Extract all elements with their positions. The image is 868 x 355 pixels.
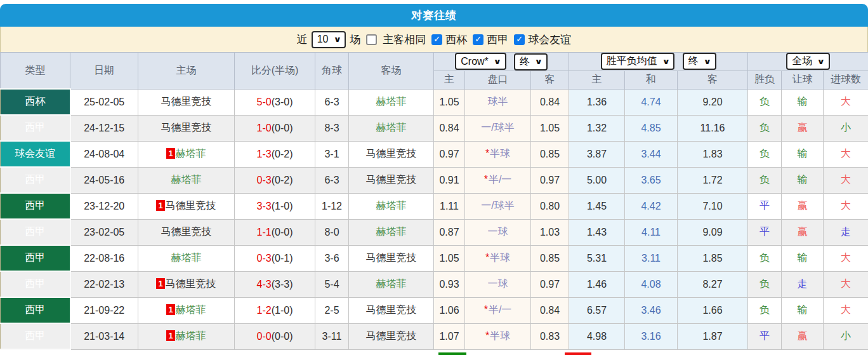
handicap-odds-home-cell: 0.91 — [434, 167, 465, 193]
avg-away-odds-cell: 1.72 — [678, 167, 748, 193]
match-type-cell: 西杯 — [1, 89, 70, 115]
avg-odds-group-header: 胜平负均值 ∨ 终 ∨ — [569, 53, 748, 71]
away-team-cell: 马德里竞技 — [349, 141, 434, 167]
page-title: 对赛往绩 — [411, 8, 457, 23]
avg-home-odds-cell: 1.46 — [569, 271, 625, 297]
fulltime-score: 1-3 — [257, 149, 272, 159]
chevron-down-icon: ∨ — [333, 35, 341, 44]
same-venue-checkbox[interactable] — [366, 34, 377, 45]
handicap-odds-group-header: Crow* ∨ 终 ∨ — [434, 53, 569, 71]
avg-draw-odds-cell: 3.46 — [625, 297, 678, 323]
avg-away-odds-cell: 9.09 — [678, 219, 748, 245]
corners-cell: 2-5 — [315, 297, 349, 323]
competition-checkbox-cup[interactable] — [431, 34, 442, 45]
home-team-name: 赫塔菲 — [176, 304, 206, 315]
away-team-cell: 赫塔菲 — [349, 193, 434, 219]
avg-draw-odds-cell: 4.11 — [625, 219, 678, 245]
away-team-name: 马德里竞技 — [366, 304, 417, 315]
halftime-score: (0-0) — [272, 331, 293, 342]
handicap-line-value: 一球 — [488, 226, 508, 237]
handicap-odds-away-cell: 0.85 — [531, 245, 569, 271]
col-header-odds-away: 客 — [531, 70, 569, 89]
fulltime-score: 0-3 — [257, 175, 272, 185]
avg-home-odds-cell: 3.87 — [569, 141, 625, 167]
avg-draw-odds-cell: 4.08 — [625, 271, 678, 297]
goals-result-cell: 小 — [824, 323, 868, 349]
recent-label: 近 — [297, 32, 308, 47]
chevron-down-icon: ∨ — [703, 57, 711, 66]
goals-result-cell: 小 — [824, 115, 868, 141]
handicap-odds-home-cell: 1.07 — [434, 323, 465, 349]
outcome-result-cell: 负 — [748, 271, 782, 297]
handicap-line-value: 半球 — [490, 330, 510, 341]
away-team-cell: 马德里竞技 — [349, 323, 434, 349]
away-team-name: 马德里竞技 — [366, 174, 417, 185]
competition-checkbox-friendly[interactable] — [514, 34, 525, 45]
results-group-header: 全场 ∨ — [748, 53, 868, 71]
scope-select[interactable]: 全场 ∨ — [786, 53, 830, 70]
score-cell: 3-3(1-0) — [235, 193, 315, 219]
avg-metric-value: 胜平负均值 — [607, 55, 657, 68]
avg-metric-select[interactable]: 胜平负均值 ∨ — [601, 53, 675, 70]
handicap-line-cell: *半/一 — [465, 297, 531, 323]
score-cell: 1-0(0-0) — [235, 115, 315, 141]
match-type-cell: 西甲 — [1, 297, 70, 323]
table-row: 西甲 23-02-05 马德里竞技 1-1(0-0) 8-0 赫塔菲 0.87 … — [1, 219, 868, 245]
rank-badge: 1 — [166, 330, 174, 341]
col-header-goals: 进球数 — [824, 70, 868, 89]
handicap-line-value: 半/一 — [489, 174, 511, 185]
handicap-odds-home-cell: 0.87 — [434, 219, 465, 245]
home-team-cell: 赫塔菲 — [138, 245, 235, 271]
fulltime-score: 1-1 — [257, 227, 272, 238]
handicap-odds-away-cell: 0.84 — [531, 297, 569, 323]
handicap-result-cell: 赢 — [782, 193, 824, 219]
goals-result-cell: 大 — [824, 89, 868, 115]
handicap-odds-away-cell: 0.97 — [531, 271, 569, 297]
bookmaker-time-select[interactable]: 终 ∨ — [514, 53, 548, 70]
rank-badge: 1 — [166, 304, 174, 315]
handicap-odds-home-cell: 1.06 — [434, 297, 465, 323]
competition-checkbox-laliga[interactable] — [473, 34, 483, 45]
match-count-select[interactable]: 10 ∨ — [312, 31, 346, 48]
home-team-name: 马德里竞技 — [166, 278, 216, 289]
home-team-name: 马德里竞技 — [161, 122, 212, 133]
match-date-cell: 24-08-04 — [70, 141, 138, 167]
avg-draw-odds-cell: 4.74 — [625, 89, 678, 115]
table-row: 球会友谊 24-08-04 1赫塔菲 1-3(0-2) 3-1 马德里竞技 0.… — [1, 141, 868, 167]
halftime-score: (1-0) — [272, 201, 293, 211]
handicap-line-value: 球半 — [488, 96, 508, 107]
goals-result-cell: 大 — [824, 141, 868, 167]
col-header-type: 类型 — [1, 53, 70, 90]
handicap-result-cell: 走 — [782, 271, 824, 297]
away-team-cell: 赫塔菲 — [349, 271, 434, 297]
fulltime-score: 0-0 — [257, 331, 272, 342]
outcome-result-cell: 负 — [748, 167, 782, 193]
table-row: 西甲 21-03-14 1赫塔菲 0-0(0-0) 3-11 马德里竞技 1.0… — [1, 323, 868, 349]
competition-label-friendly: 球会友谊 — [528, 32, 571, 47]
handicap-line-cell: *半球 — [465, 245, 531, 271]
halftime-score: (0-0) — [272, 123, 293, 133]
avg-time-select[interactable]: 终 ∨ — [683, 53, 716, 70]
match-date-cell: 22-08-16 — [70, 245, 138, 271]
handicap-line-cell: *半/一 — [465, 167, 531, 193]
bookmaker-select[interactable]: Crow* ∨ — [455, 53, 506, 70]
home-team-name: 赫塔菲 — [176, 148, 206, 159]
col-header-handicap: 让球 — [782, 70, 824, 89]
legend-win-swatch — [438, 352, 466, 355]
match-date-cell: 25-02-05 — [70, 89, 138, 115]
handicap-result-cell: 输 — [782, 245, 824, 271]
handicap-odds-home-cell: 1.05 — [434, 245, 465, 271]
home-team-name: 马德里竞技 — [166, 200, 216, 211]
away-team-cell: 赫塔菲 — [349, 115, 434, 141]
filter-bar: 近 10 ∨ 场 主客相同 西杯 西甲 球会友谊 — [0, 27, 868, 52]
corners-cell: 3-6 — [315, 245, 349, 271]
away-team-cell: 赫塔菲 — [349, 219, 434, 245]
avg-draw-odds-cell: 3.65 — [625, 167, 678, 193]
fulltime-score: 5-0 — [257, 97, 272, 107]
table-row: 西甲 22-08-16 赫塔菲 0-3(0-1) 3-6 马德里竞技 1.05 … — [1, 245, 868, 271]
avg-draw-odds-cell: 3.44 — [625, 141, 678, 167]
col-header-avg-draw: 和 — [625, 70, 678, 89]
match-type-cell: 西甲 — [1, 219, 70, 245]
handicap-odds-away-cell: 0.85 — [531, 141, 569, 167]
handicap-odds-home-cell: 0.84 — [434, 115, 465, 141]
